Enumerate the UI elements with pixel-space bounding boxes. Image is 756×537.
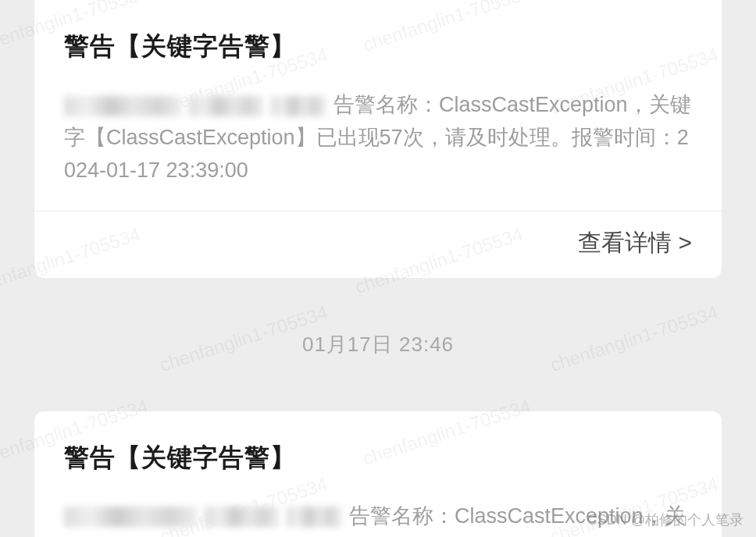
redacted-block — [287, 507, 341, 527]
alert-body: 告警名称：ClassCastException，关键字【ClassCastExc… — [64, 89, 692, 187]
redacted-block — [64, 96, 181, 116]
redacted-block — [205, 507, 279, 527]
alert-title: 警告【关键字告警】 — [64, 441, 692, 475]
chevron-right-icon: > — [678, 229, 692, 256]
alert-footer: 查看详情 > — [34, 212, 722, 278]
redacted-block — [271, 96, 326, 116]
view-details-label: 查看详情 — [578, 227, 672, 259]
redacted-block — [64, 507, 197, 527]
message-timestamp: 01月17日 23:46 — [0, 331, 756, 358]
csdn-watermark: CSDN @柏修的个人笔录 — [587, 510, 744, 529]
alert-card-content: 警告【关键字告警】 告警名称：ClassCastException，关键字【Cl… — [34, 0, 722, 211]
redacted-block — [189, 96, 263, 116]
alert-title: 警告【关键字告警】 — [64, 30, 692, 64]
alert-card: 警告【关键字告警】 告警名称：ClassCastException，关键字【Cl… — [34, 0, 722, 278]
view-details-link[interactable]: 查看详情 > — [578, 227, 692, 259]
